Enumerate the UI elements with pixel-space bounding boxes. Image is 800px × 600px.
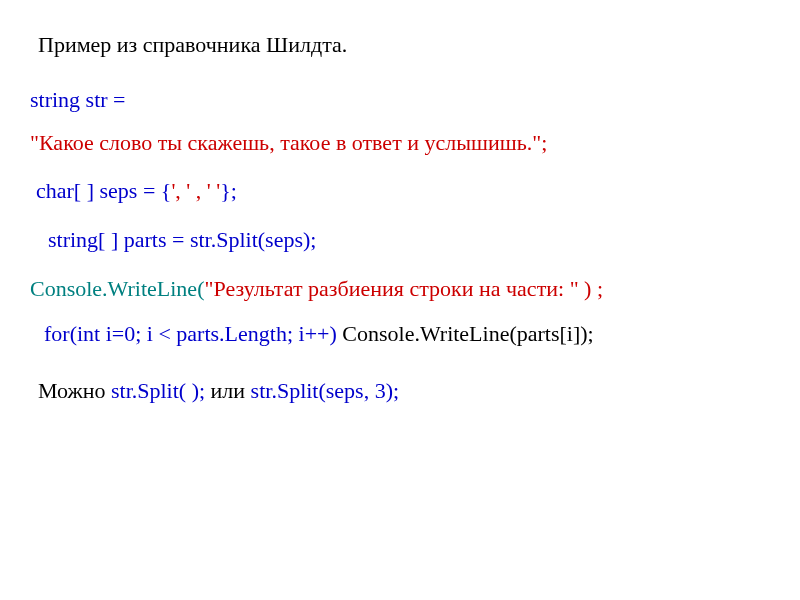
code-line-5: string[ ] parts = str.Split(seps); — [48, 225, 770, 256]
code-line-8: Можно str.Split( ); или str.Split(seps, … — [38, 376, 770, 407]
code-text-a: Можно — [38, 378, 111, 403]
code-line-4: char[ ] seps = {', ' , ' '}; — [36, 176, 770, 207]
code-line-7: for(int i=0; i < parts.Length; i++) Cons… — [44, 319, 770, 350]
code-text-b: Console.WriteLine(parts[i]); — [342, 321, 593, 346]
code-text-c: или — [211, 378, 251, 403]
code-text-c: }; — [220, 178, 237, 203]
code-text-b: ', ' , ' ' — [171, 178, 220, 203]
code-line-3: "Какое слово ты скажешь, такое в ответ и… — [30, 128, 770, 159]
code-text-d: str.Split(seps, 3); — [251, 378, 400, 403]
code-line-2: string str = — [30, 85, 770, 116]
code-text: string[ ] parts = str.Split(seps); — [48, 227, 316, 252]
title-text: Пример из справочника Шилдта. — [38, 32, 347, 57]
slide-title: Пример из справочника Шилдта. — [38, 30, 770, 61]
code-text-a: Console.WriteLine( — [30, 276, 204, 301]
code-text-b: str.Split( ); — [111, 378, 211, 403]
code-text: "Какое слово ты скажешь, такое в ответ и… — [30, 130, 547, 155]
slide-content: Пример из справочника Шилдта. string str… — [0, 0, 800, 406]
code-text-b: "Результат разбиения строки на части: " … — [204, 276, 603, 301]
code-line-6: Console.WriteLine("Результат разбиения с… — [30, 274, 770, 305]
code-text: string str = — [30, 87, 126, 112]
code-text-a: char[ ] seps = { — [36, 178, 171, 203]
code-text-a: for(int i=0; i < parts.Length; i++) — [44, 321, 342, 346]
